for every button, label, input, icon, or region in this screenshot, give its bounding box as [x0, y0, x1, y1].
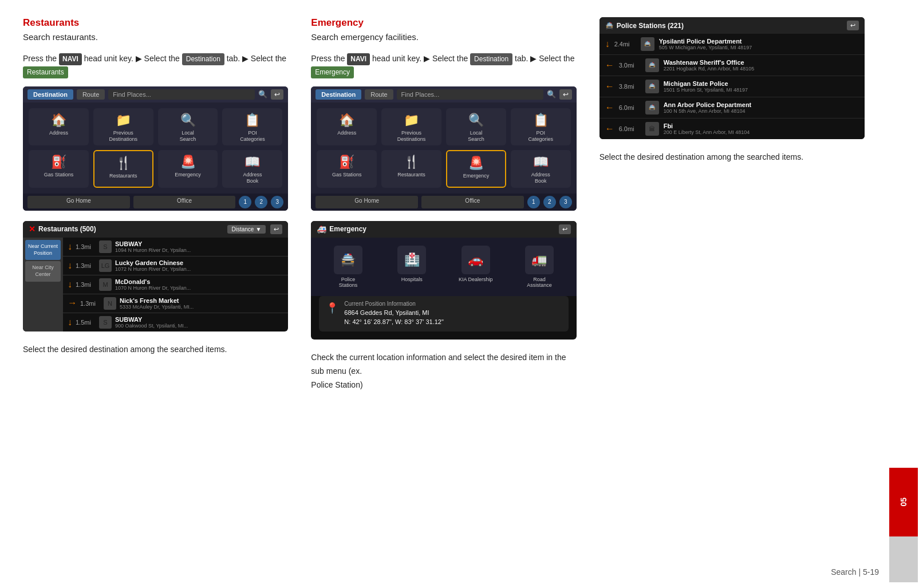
page-number-bar: 05 — [889, 468, 918, 536]
police-list-screen: 🚔 Police Stations (221) ↩ ↓ 2.4mi 🚔 Ypsi… — [599, 17, 865, 139]
list-item[interactable]: ← 1.3mi N Nick's Fresh Market 5333 McAul… — [63, 294, 288, 313]
near-city-center-item[interactable]: Near City Center — [25, 261, 61, 281]
police-title-icon: 🚔 — [605, 22, 614, 30]
restaurants-instruction: Press the NAVI head unit key. ▶ Select t… — [23, 52, 288, 78]
prev-dest-label-2: PreviousDestinations — [397, 130, 426, 143]
arrow-left-icon-p2: ← — [605, 60, 614, 70]
page-num-1-1[interactable]: 1 — [239, 196, 251, 208]
nav-icon-poi-2[interactable]: 📋 POICategories — [511, 108, 571, 146]
prev-dest-label-1: PreviousDestinations — [109, 130, 137, 143]
destination-tab-1[interactable]: Destination — [27, 89, 73, 100]
page-gray-bar — [889, 536, 918, 582]
police-item-info-5: Fbi 200 E Liberty St, Ann Arbor, MI 4810… — [664, 123, 859, 135]
gas-icon-1: ⛽ — [51, 155, 66, 169]
restaurants-nav-label-1: Restaurants — [109, 173, 137, 179]
road-assistance-item[interactable]: 🚛 RoadAssistance — [510, 246, 568, 288]
police-back-btn[interactable]: ↩ — [847, 21, 859, 30]
nav-icon-local-2[interactable]: 🔍 LocalSearch — [446, 108, 506, 146]
list-nav-sidebar: Near Current Position Near City Center — [23, 238, 63, 332]
nav-icon-gas-2[interactable]: ⛽ Gas Stations — [317, 150, 377, 188]
emergency-screen-title: 🚑 Emergency — [317, 224, 554, 234]
nav-icons-grid-1: 🏠 Address 📁 PreviousDestinations 🔍 Local… — [23, 102, 288, 194]
near-current-pos-item[interactable]: Near Current Position — [25, 240, 61, 260]
route-tab-1[interactable]: Route — [77, 89, 105, 100]
emergency-icon-2: 🚨 — [468, 156, 484, 171]
nav-icon-emergency-1[interactable]: 🚨 Emergency — [158, 150, 218, 188]
nav-header-2: Destination Route Find Places... 🔍 ↩ — [311, 86, 576, 102]
nav-back-1[interactable]: ↩ — [271, 89, 283, 100]
list-item[interactable]: ↓ 1.3mi M McDonald's 1070 N Huron River … — [63, 275, 288, 294]
route-tab-2[interactable]: Route — [365, 89, 393, 100]
find-places-search-2[interactable]: Find Places... — [397, 89, 543, 100]
item-info-3: McDonald's 1070 N Huron River Dr, Ypsila… — [115, 278, 283, 291]
police-stations-item[interactable]: 🚔 PoliceStations — [319, 246, 377, 288]
nav-icon-restaurants-2[interactable]: 🍴 Restaurants — [381, 150, 441, 188]
poi-label-2: POICategories — [528, 130, 553, 143]
police-distance-2: 3.0mi — [619, 62, 641, 69]
emergency-title-icon: 🚑 — [317, 224, 326, 234]
nav-icon-addressbook-2[interactable]: 📖 AddressBook — [511, 150, 571, 188]
local-search-icon-1: 🔍 — [180, 113, 196, 128]
nav-icon-local-1[interactable]: 🔍 LocalSearch — [158, 108, 218, 146]
nav-icon-addressbook-1[interactable]: 📖 AddressBook — [222, 150, 282, 188]
arrow-left-icon-p3: ← — [605, 81, 614, 92]
instruction-text-2: head unit key. ▶ Select the — [84, 54, 180, 63]
office-btn-2[interactable]: Office — [421, 196, 524, 208]
nav-icon-poi-1[interactable]: 📋 POICategories — [222, 108, 282, 146]
police-distance-5: 6.0mi — [619, 125, 641, 132]
hospitals-label: Hospitals — [401, 277, 423, 282]
nav-back-2[interactable]: ↩ — [559, 89, 572, 100]
police-item[interactable]: ← 3.8mi 🚔 Michigan State Police 1501 S H… — [599, 76, 865, 97]
list-item[interactable]: ↓ 1.3mi S SUBWAY 1094 N Huron River Dr, … — [63, 238, 288, 256]
destination-badge-2: Destination — [470, 53, 512, 65]
police-item[interactable]: ← 6.0mi 🚔 Ann Arbor Police Department 10… — [599, 97, 865, 119]
nav-icon-address-1[interactable]: 🏠 Address — [29, 108, 89, 146]
nav-icon-address-2[interactable]: 🏠 Address — [317, 108, 377, 146]
gas-icon-2: ⛽ — [339, 155, 354, 169]
poi-icon-2: 📋 — [533, 113, 549, 128]
police-item-info-1: Ypsilanti Police Department 505 W Michig… — [659, 38, 859, 50]
go-home-btn-2[interactable]: Go Home — [315, 196, 418, 208]
nav-icon-prev-dest-2[interactable]: 📁 PreviousDestinations — [381, 108, 441, 146]
police-addr-2: 2201 Hogback Rd, Ann Arbor, MI 48105 — [664, 66, 859, 72]
page-num-2-1[interactable]: 2 — [255, 196, 267, 208]
police-list-items: ↓ 2.4mi 🚔 Ypsilanti Police Department 50… — [599, 34, 865, 139]
emergency-back-btn[interactable]: ↩ — [559, 224, 571, 234]
arrow-left-icon-p4: ← — [605, 102, 614, 113]
office-btn-1[interactable]: Office — [133, 196, 236, 208]
police-addr-3: 1501 S Huron St, Ypsilanti, MI 48197 — [664, 87, 859, 93]
emergency-desc: Search emergency facilities. — [311, 32, 576, 42]
distance-sort-btn[interactable]: Distance ▼ — [227, 225, 266, 234]
item-name-5: SUBWAY — [115, 316, 283, 323]
nav-bottom-bar-2: Go Home Office 1 2 3 — [311, 194, 576, 211]
police-stations-icon: 🚔 — [334, 246, 362, 274]
nav-icon-restaurants-1[interactable]: 🍴 Restaurants — [93, 150, 153, 188]
list-item[interactable]: ↓ 1.5mi S SUBWAY 900 Oakwood St, Ypsilan… — [63, 313, 288, 332]
list-screen-title: ✕ Restaurants (500) — [29, 224, 223, 234]
nav-icon-prev-dest-1[interactable]: 📁 PreviousDestinations — [93, 108, 153, 146]
hospitals-item[interactable]: 🏥 Hospitals — [383, 246, 441, 288]
address-icon-2: 🏠 — [339, 113, 354, 128]
michigan-state-icon: 🚔 — [645, 80, 659, 93]
page-num-2-2[interactable]: 2 — [543, 196, 556, 208]
nav-icon-emergency-2[interactable]: 🚨 Emergency — [446, 150, 506, 188]
list-back-btn[interactable]: ↩ — [270, 224, 282, 234]
page-num-1-2[interactable]: 1 — [527, 196, 540, 208]
police-item[interactable]: ↓ 2.4mi 🚔 Ypsilanti Police Department 50… — [599, 34, 865, 55]
go-home-btn-1[interactable]: Go Home — [27, 196, 130, 208]
emergency-submenu-screen: 🚑 Emergency ↩ 🚔 PoliceStations 🏥 Hospita… — [311, 221, 576, 340]
nav-icon-gas-1[interactable]: ⛽ Gas Stations — [29, 150, 89, 188]
emergency-icon-1: 🚨 — [180, 155, 196, 169]
police-item[interactable]: ← 6.0mi 🏛 Fbi 200 E Liberty St, Ann Arbo… — [599, 119, 865, 139]
kia-dealership-item[interactable]: 🚗 KIA Dealership — [447, 246, 504, 288]
page-num-3-2[interactable]: 3 — [559, 196, 572, 208]
police-title-text: Police Stations (221) — [617, 22, 684, 30]
emergency-nav-screen: Destination Route Find Places... 🔍 ↩ 🏠 A… — [311, 86, 576, 211]
item-info-4: Nick's Fresh Market 5333 McAuley Dr, Yps… — [120, 297, 283, 310]
list-item[interactable]: ↓ 1.3mi LG Lucky Garden Chinese 1072 N H… — [63, 256, 288, 275]
destination-tab-2[interactable]: Destination — [315, 89, 361, 100]
emergency-bottom-text-2: Police Station) — [311, 380, 362, 389]
police-item[interactable]: ← 3.0mi 🚔 Washtenaw Sheriff's Office 220… — [599, 55, 865, 76]
find-places-search-1[interactable]: Find Places... — [108, 89, 255, 100]
page-num-3-1[interactable]: 3 — [271, 196, 283, 208]
